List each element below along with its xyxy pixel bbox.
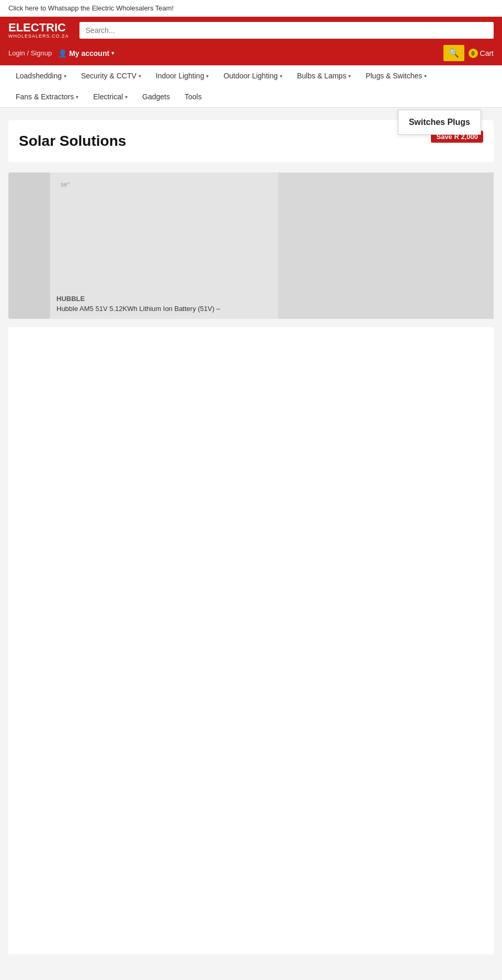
plugs-chevron-icon: ▾ <box>424 73 427 79</box>
cart-count: 0 <box>469 49 478 58</box>
nav-label-loadshedding: Loadshedding <box>16 72 62 80</box>
plugs-switches-submenu-label: Switches Plugs <box>409 118 470 126</box>
cart-label: Cart <box>480 49 494 57</box>
nav-label-plugs: Plugs & Switches <box>366 72 422 80</box>
nav-label-tools: Tools <box>185 93 202 101</box>
account-chevron-icon: ▾ <box>111 50 114 56</box>
solar-title: Solar Solutions <box>19 133 126 149</box>
outdoor-chevron-icon: ▾ <box>280 73 282 79</box>
logo-sub: WHOLESALERS.CO.ZA <box>8 33 69 39</box>
nav-item-fans[interactable]: Fans & Extractors ▾ <box>8 86 86 107</box>
header: ELECTRIC WHOLESALERS.CO.ZA Login / Signu… <box>0 17 502 65</box>
cart-button[interactable]: 0 Cart <box>469 49 494 58</box>
nav-label-electrical: Electrical <box>93 93 123 101</box>
logo-name: ELECTRIC <box>8 22 69 33</box>
nav-item-electrical[interactable]: Electrical ▾ <box>86 86 135 107</box>
main-content: Solar Solutions Save R 2,000 se° HUBBLE … <box>0 108 502 967</box>
nav-item-indoor-lighting[interactable]: Indoor Lighting ▾ <box>149 65 216 86</box>
whatsapp-link[interactable]: Click here to Whatsapp the Electric Whol… <box>8 4 174 12</box>
nav-label-fans: Fans & Extractors <box>16 93 74 101</box>
my-account-button[interactable]: 👤 My account ▾ <box>58 49 114 57</box>
product-name: Hubble AM5 51V 5.12KWh Lithium Ion Batte… <box>56 305 272 313</box>
fans-chevron-icon: ▾ <box>76 94 78 100</box>
bulbs-chevron-icon: ▾ <box>348 73 351 79</box>
top-bar: Click here to Whatsapp the Electric Whol… <box>0 0 502 17</box>
main-nav: Loadshedding ▾ Security & CCTV ▾ Indoor … <box>0 65 502 108</box>
product-card-main[interactable]: se° HUBBLE Hubble AM5 51V 5.12KWh Lithiu… <box>50 172 278 319</box>
nav-label-indoor: Indoor Lighting <box>156 72 204 80</box>
search-bar <box>79 22 494 39</box>
plugs-switches-submenu[interactable]: Switches Plugs <box>398 110 481 135</box>
loadshedding-chevron-icon: ▾ <box>64 73 66 79</box>
search-input[interactable] <box>79 22 494 39</box>
page-white-space <box>8 327 494 954</box>
product-card-left[interactable] <box>8 172 50 319</box>
nav-label-bulbs: Bulbs & Lamps <box>297 72 346 80</box>
nav-row-2: Fans & Extractors ▾ Electrical ▾ Gadgets… <box>8 86 494 107</box>
search-button[interactable]: 🔍 <box>443 45 464 61</box>
nav-item-bulbs[interactable]: Bulbs & Lamps ▾ <box>290 65 358 86</box>
nav-label-security: Security & CCTV <box>81 72 136 80</box>
account-row: Login / Signup 👤 My account ▾ 🔍 0 Cart <box>8 43 494 65</box>
account-label: My account <box>69 49 109 57</box>
login-signup-link[interactable]: Login / Signup <box>8 49 52 57</box>
grey-content-area: se° HUBBLE Hubble AM5 51V 5.12KWh Lithiu… <box>8 172 494 319</box>
nav-item-tools[interactable]: Tools <box>177 86 209 107</box>
logo[interactable]: ELECTRIC WHOLESALERS.CO.ZA <box>8 22 69 39</box>
header-actions: 🔍 0 Cart <box>443 45 494 61</box>
security-chevron-icon: ▾ <box>139 73 141 79</box>
nav-label-outdoor: Outdoor Lighting <box>223 72 278 80</box>
product-card-right <box>278 172 494 319</box>
product-brand: HUBBLE <box>56 295 272 303</box>
nav-item-gadgets[interactable]: Gadgets <box>135 86 177 107</box>
nav-item-security[interactable]: Security & CCTV ▾ <box>74 65 149 86</box>
nav-item-outdoor-lighting[interactable]: Outdoor Lighting ▾ <box>216 65 290 86</box>
indoor-chevron-icon: ▾ <box>206 73 209 79</box>
se-text: se° <box>56 179 272 190</box>
nav-item-loadshedding[interactable]: Loadshedding ▾ <box>8 65 74 86</box>
nav-row-1: Loadshedding ▾ Security & CCTV ▾ Indoor … <box>8 65 494 86</box>
electrical-chevron-icon: ▾ <box>125 94 128 100</box>
nav-item-plugs[interactable]: Plugs & Switches ▾ <box>358 65 434 86</box>
account-icon: 👤 <box>58 49 67 57</box>
nav-label-gadgets: Gadgets <box>142 93 170 101</box>
